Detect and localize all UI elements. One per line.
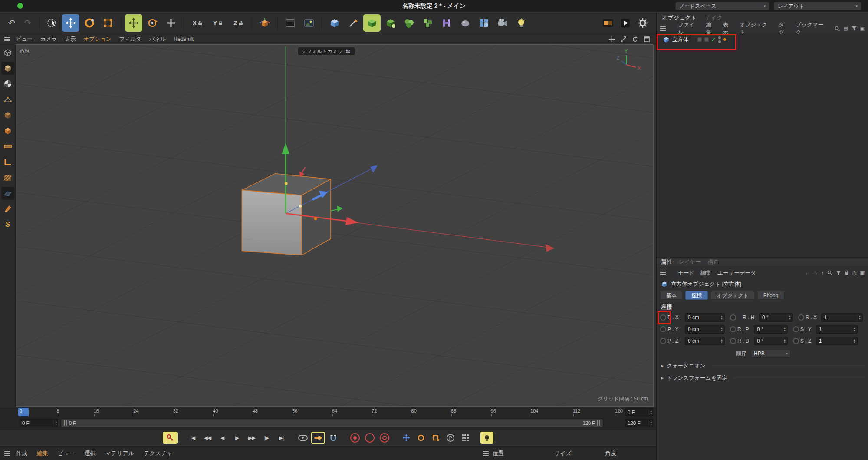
bookmark-icon[interactable]: ▤ <box>843 26 848 31</box>
px-field[interactable]: 0 cm▴▾ <box>685 313 725 322</box>
target-icon[interactable]: ◎ <box>852 270 857 276</box>
layout-dropdown[interactable]: レイアウト ▾ <box>774 2 861 10</box>
forward-icon[interactable]: → <box>813 270 818 275</box>
panel-icon[interactable]: ▣ <box>860 26 865 31</box>
enable-axis-button[interactable] <box>125 14 142 32</box>
om-menu-icon[interactable] <box>660 26 666 31</box>
stepper[interactable]: ▴▾ <box>782 325 787 333</box>
bottom-menu-icon[interactable] <box>4 451 10 456</box>
menu-filter[interactable]: フィルタ <box>119 36 141 43</box>
goto-start-button[interactable]: |◀ <box>186 432 199 444</box>
prev-key-button[interactable]: ◀◀ <box>201 432 214 444</box>
menu-select[interactable]: 選択 <box>85 450 96 457</box>
scale-tool-button[interactable] <box>99 14 117 32</box>
window-button-green[interactable] <box>17 3 23 9</box>
sz-field[interactable]: 1▴▾ <box>816 337 858 345</box>
model-mode-button[interactable] <box>1 62 14 75</box>
enabled-check-icon[interactable]: ✓ <box>711 36 716 43</box>
stepper[interactable]: ▴▾ <box>787 314 792 321</box>
menu-texture[interactable]: テクスチャ <box>144 450 173 457</box>
tab-objects[interactable]: オブジェクト <box>662 14 697 22</box>
axis-rotation-button[interactable] <box>144 14 161 32</box>
am-menu-edit[interactable]: 編集 <box>700 269 711 277</box>
display-dot-icon[interactable] <box>723 38 726 41</box>
section-quaternion[interactable]: ▶ クォータニオン <box>657 361 868 371</box>
maximize-view-icon[interactable] <box>644 36 650 43</box>
move-tool-button[interactable] <box>62 14 79 32</box>
object-row-cube[interactable]: 立方体 ✓ <box>657 34 868 45</box>
texture-mode-button[interactable] <box>1 77 14 90</box>
tab-takes[interactable]: テイク <box>705 14 723 22</box>
volume-builder-button[interactable] <box>401 14 418 32</box>
new-panel-icon[interactable]: ▣ <box>860 270 865 276</box>
menu-options[interactable]: オプション <box>83 36 111 43</box>
s-badge-button[interactable]: S <box>1 218 14 231</box>
live-selection-button[interactable] <box>43 14 61 32</box>
goto-end-button[interactable]: ▶| <box>275 432 288 444</box>
point-level-animation-toggle[interactable] <box>459 432 472 444</box>
menu-panel[interactable]: パネル <box>149 36 166 43</box>
end-frame-field[interactable]: 120 F ▴▾ <box>625 419 653 427</box>
tab-basic[interactable]: 基本 <box>660 291 683 300</box>
keyframe-presets-button[interactable] <box>378 432 391 444</box>
play-button[interactable]: ▶ <box>230 432 243 444</box>
next-key-button[interactable]: ▶▶ <box>245 432 258 444</box>
stepper[interactable]: ▴▾ <box>719 325 724 333</box>
filter-icon[interactable] <box>836 271 841 275</box>
sy-field[interactable]: 1▴▾ <box>816 325 858 334</box>
generator-button[interactable] <box>382 14 399 32</box>
tab-coordinates[interactable]: 座標 <box>685 291 708 300</box>
px-keyframe-dot[interactable] <box>660 314 666 321</box>
autokeying-button[interactable] <box>363 432 376 444</box>
range-grip-right[interactable] <box>597 420 600 426</box>
rh-keyframe-dot[interactable] <box>730 314 736 321</box>
y-lock-button[interactable]: Y <box>208 14 227 32</box>
menu-view[interactable]: ビュー <box>16 36 33 43</box>
frame-stepper[interactable]: ▴▾ <box>53 420 57 426</box>
sy-keyframe-dot[interactable] <box>793 326 799 332</box>
matrix-button[interactable] <box>475 14 493 32</box>
coordinate-system-button[interactable] <box>256 14 273 32</box>
object-mode-button[interactable] <box>1 109 14 122</box>
autokey-button[interactable] <box>163 432 178 444</box>
am-menu-mode[interactable]: モード <box>678 269 694 277</box>
playback-mode-button[interactable] <box>296 432 309 444</box>
edge-mode-button[interactable] <box>1 140 14 153</box>
current-frame-field[interactable]: 0 F ▴▾ <box>625 408 653 416</box>
sx-keyframe-dot[interactable] <box>798 314 804 321</box>
layer-toggle-icon[interactable] <box>697 37 702 42</box>
point-mode-button[interactable] <box>1 93 14 106</box>
am-menu-icon[interactable] <box>660 271 666 275</box>
section-freeze-transform[interactable]: ▶ トランスフォームを固定 <box>657 373 868 383</box>
menu-redshift[interactable]: Redshift <box>174 36 194 42</box>
pz-keyframe-dot[interactable] <box>660 338 666 344</box>
range-grip-left[interactable] <box>64 420 67 426</box>
zoom-view-icon[interactable] <box>620 36 627 43</box>
camera-button[interactable] <box>494 14 511 32</box>
range-slider-bar[interactable]: 0 F 120 F <box>61 419 603 427</box>
rotate-tool-button[interactable] <box>81 14 98 32</box>
nodespace-dropdown[interactable]: ノードスペース ▾ <box>675 2 769 10</box>
corner-mode-button[interactable] <box>1 156 14 169</box>
timeline-ruler[interactable]: 0 8 16 24 32 40 48 56 64 72 80 88 96 104… <box>0 407 656 417</box>
tab-object[interactable]: オブジェクト <box>710 291 755 300</box>
keyframe-selection-button[interactable] <box>327 432 340 444</box>
search-icon[interactable] <box>835 26 840 31</box>
back-icon[interactable]: ← <box>805 270 809 275</box>
camera-label-chip[interactable]: デフォルトカメラ <box>298 47 355 55</box>
viewport-menu-icon[interactable] <box>4 37 10 41</box>
py-keyframe-dot[interactable] <box>660 326 666 332</box>
prev-frame-button[interactable]: ◀ <box>216 432 229 444</box>
stepper[interactable]: ▴▾ <box>719 314 724 321</box>
render-settings-button[interactable] <box>300 14 318 32</box>
workplane-mode-button[interactable] <box>1 187 14 200</box>
pan-view-icon[interactable] <box>608 36 615 43</box>
play-render-button[interactable] <box>618 14 633 32</box>
solo-mode-button[interactable] <box>480 432 493 444</box>
visibility-dots[interactable] <box>718 36 721 43</box>
tab-attributes[interactable]: 属性 <box>661 258 672 266</box>
key-parameter-toggle[interactable]: P <box>444 432 457 444</box>
rh-field[interactable]: 0 °▴▾ <box>759 313 793 322</box>
sx-field[interactable]: 1▴▾ <box>821 313 863 322</box>
tab-phong[interactable]: Phong <box>757 291 785 300</box>
